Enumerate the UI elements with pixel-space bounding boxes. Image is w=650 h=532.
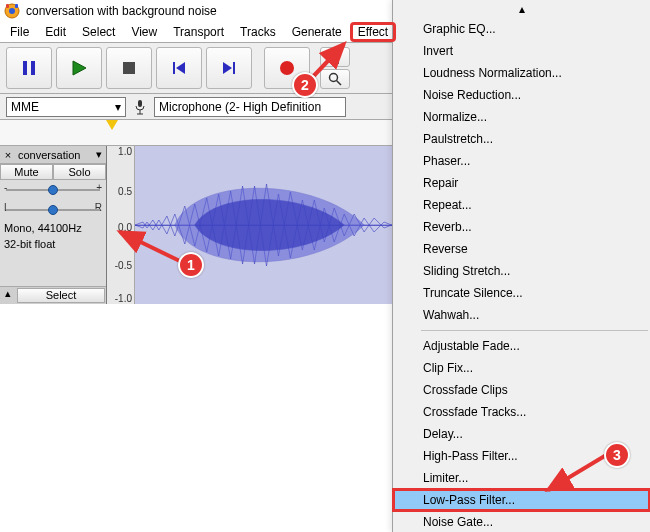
track-name[interactable]: conversation (16, 149, 92, 161)
track-menu-button[interactable]: ▾ (92, 148, 106, 161)
track-format-line2: 32-bit float (0, 236, 106, 252)
svg-marker-9 (176, 62, 185, 74)
app-logo-icon (4, 3, 20, 19)
play-button[interactable] (56, 47, 102, 89)
mute-button[interactable]: Mute (0, 164, 53, 180)
effect-item-repair[interactable]: Repair (393, 172, 650, 194)
effect-item-adjustable-fade[interactable]: Adjustable Fade... (393, 335, 650, 357)
effect-item-sliding-stretch[interactable]: Sliding Stretch... (393, 260, 650, 282)
effect-item-delay[interactable]: Delay... (393, 423, 650, 445)
solo-button[interactable]: Solo (53, 164, 106, 180)
annotation-badge-2: 2 (292, 72, 318, 98)
menu-tracks[interactable]: Tracks (232, 23, 284, 41)
menu-scroll-up-icon[interactable]: ▴ (393, 4, 650, 18)
svg-rect-11 (233, 62, 235, 74)
effect-item-phaser[interactable]: Phaser... (393, 150, 650, 172)
timeline-ruler[interactable] (0, 120, 394, 146)
svg-marker-10 (223, 62, 232, 74)
track-area: × conversation ▾ Mute Solo - + L R Mono,… (0, 146, 394, 304)
effect-item-wahwah[interactable]: Wahwah... (393, 304, 650, 326)
effect-item-repeat[interactable]: Repeat... (393, 194, 650, 216)
effect-item-normalize[interactable]: Normalize... (393, 106, 650, 128)
recording-device-value: Microphone (2- High Definition (159, 100, 321, 114)
skip-end-button[interactable] (206, 47, 252, 89)
track-select-button[interactable]: Select (17, 288, 105, 303)
playhead-marker-icon (106, 120, 118, 130)
effect-item-reverse[interactable]: Reverse (393, 238, 650, 260)
empty-track-area[interactable] (0, 304, 394, 532)
effect-item-truncate-silence[interactable]: Truncate Silence... (393, 282, 650, 304)
effect-item-loudness-normalization[interactable]: Loudness Normalization... (393, 62, 650, 84)
menu-bar: File Edit Select View Transport Tracks G… (0, 22, 394, 42)
menu-file[interactable]: File (2, 23, 37, 41)
effect-item-noise-reduction[interactable]: Noise Reduction... (393, 84, 650, 106)
stop-button[interactable] (106, 47, 152, 89)
effect-item-clip-fix[interactable]: Clip Fix... (393, 357, 650, 379)
effect-item-noise-gate[interactable]: Noise Gate... (393, 511, 650, 532)
effect-item-invert[interactable]: Invert (393, 40, 650, 62)
annotation-badge-3: 3 (604, 442, 630, 468)
menu-separator (421, 330, 648, 331)
amplitude-scale: 1.0 0.5 0.0 -0.5 -1.0 (107, 146, 135, 304)
audio-host-combo[interactable]: MME ▾ (6, 97, 126, 117)
gain-slider[interactable]: - + (6, 182, 100, 198)
device-toolbar: MME ▾ Microphone (2- High Definition (0, 94, 394, 120)
effect-item-low-pass-filter[interactable]: Low-Pass Filter... (393, 489, 650, 511)
pan-slider[interactable]: L R (6, 202, 100, 218)
menu-select[interactable]: Select (74, 23, 123, 41)
menu-transport[interactable]: Transport (165, 23, 232, 41)
effect-item-limiter[interactable]: Limiter... (393, 467, 650, 489)
track-collapse-button[interactable]: ▴ (0, 287, 16, 304)
svg-rect-4 (23, 61, 27, 75)
svg-line-14 (337, 81, 342, 86)
audio-host-value: MME (11, 100, 39, 114)
tool-ibeam[interactable] (320, 47, 350, 67)
track-format-line1: Mono, 44100Hz (0, 220, 106, 236)
title-bar: conversation with background noise (0, 0, 394, 22)
svg-rect-3 (15, 4, 18, 8)
svg-point-1 (9, 8, 15, 14)
effect-item-graphic-eq[interactable]: Graphic EQ... (393, 18, 650, 40)
menu-view[interactable]: View (123, 23, 165, 41)
effect-item-crossfade-clips[interactable]: Crossfade Clips (393, 379, 650, 401)
menu-generate[interactable]: Generate (284, 23, 350, 41)
track-close-button[interactable]: × (0, 149, 16, 161)
menu-edit[interactable]: Edit (37, 23, 74, 41)
svg-rect-15 (138, 100, 142, 107)
effect-item-crossfade-tracks[interactable]: Crossfade Tracks... (393, 401, 650, 423)
svg-rect-7 (123, 62, 135, 74)
svg-marker-6 (73, 61, 86, 75)
window-title: conversation with background noise (26, 4, 217, 18)
effect-item-paulstretch[interactable]: Paulstretch... (393, 128, 650, 150)
annotation-badge-1: 1 (178, 252, 204, 278)
waveform-icon (135, 146, 394, 304)
effect-item-reverb[interactable]: Reverb... (393, 216, 650, 238)
svg-rect-8 (173, 62, 175, 74)
track-control-panel: × conversation ▾ Mute Solo - + L R Mono,… (0, 146, 107, 304)
svg-point-13 (330, 74, 338, 82)
tool-zoom[interactable] (320, 69, 350, 89)
svg-rect-2 (6, 4, 9, 8)
transport-toolbar (0, 42, 394, 94)
pause-button[interactable] (6, 47, 52, 89)
menu-effect[interactable]: Effect (350, 22, 396, 42)
waveform-display[interactable] (135, 146, 394, 304)
microphone-icon (132, 99, 148, 115)
recording-device-combo[interactable]: Microphone (2- High Definition (154, 97, 346, 117)
skip-start-button[interactable] (156, 47, 202, 89)
svg-point-12 (280, 61, 294, 75)
chevron-down-icon: ▾ (115, 100, 121, 114)
svg-rect-5 (31, 61, 35, 75)
